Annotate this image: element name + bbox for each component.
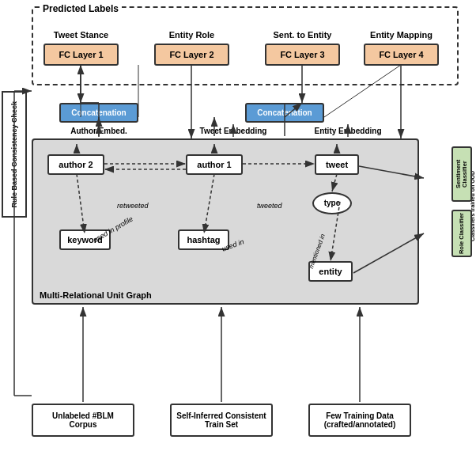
fc-layer-3: FC Layer 3 <box>265 44 340 66</box>
concatenation-1: Concatenation <box>59 103 138 123</box>
predicted-labels-title: Predicted Labels <box>40 3 122 14</box>
concatenation-2: Concatenation <box>245 103 324 123</box>
node-author2: author 2 <box>47 154 104 175</box>
graph-title: Multi-Relational Unit Graph <box>40 290 152 300</box>
rule-based-label: Rule Based Consistency Check <box>10 101 19 208</box>
bottom-few: Few Training Data (crafted/annotated) <box>308 404 411 437</box>
col-entity-role: Entity Role <box>154 30 229 40</box>
col-tweet-stance: Tweet Stance <box>43 30 119 40</box>
role-classifier-box: Role Classifier <box>451 210 472 257</box>
node-tweet: tweet <box>315 154 359 175</box>
sentiment-classifier-box: Sentiment Classifier <box>451 146 472 202</box>
diagram-container: Predicted Labels Tweet Stance Entity Rol… <box>0 0 476 470</box>
rule-based-box: Rule Based Consistency Check <box>2 91 27 218</box>
node-author1: author 1 <box>186 154 243 175</box>
fc-layer-2: FC Layer 2 <box>154 44 229 66</box>
entity-embed-label: Entity Embedding <box>304 127 391 135</box>
fc-layer-1: FC Layer 1 <box>43 44 119 66</box>
author-embed-label: Author Embed. <box>59 127 138 135</box>
bottom-self: Self-Inferred Consistent Train Set <box>170 404 273 437</box>
edge-tweeted: tweeted <box>257 202 282 210</box>
bottom-blm: Unlabeled #BLM Corpus <box>32 404 134 437</box>
role-classifier-label: Role Classifier <box>459 213 465 254</box>
sentiment-classifier-label: Sentiment Classifier <box>455 148 469 200</box>
col-entity-mapping: Entity Mapping <box>364 30 439 40</box>
fc-layer-4: FC Layer 4 <box>364 44 439 66</box>
edge-retweeted: retweeted <box>117 202 149 210</box>
col-sent-entity: Sent. to Entity <box>265 30 340 40</box>
node-type: type <box>312 192 352 214</box>
tweet-embed-label: Tweet Embedding <box>190 127 277 135</box>
